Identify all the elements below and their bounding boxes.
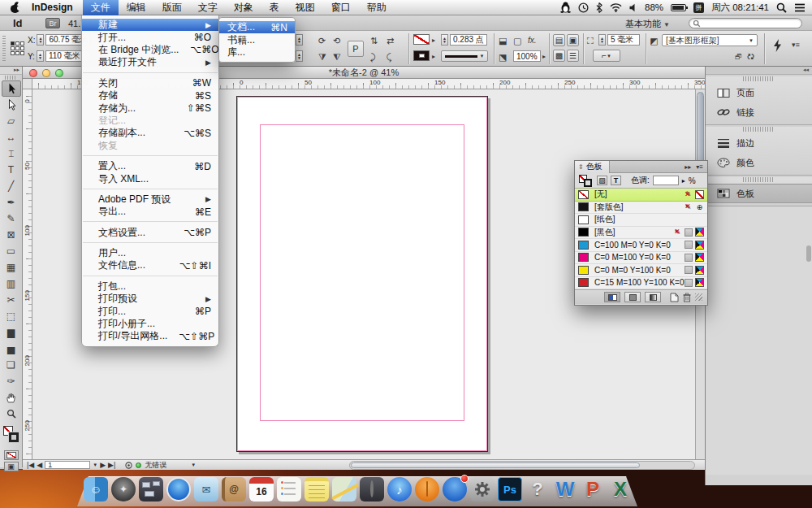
panel-group-grip[interactable]	[743, 127, 775, 132]
dock-scrollbar-thumb[interactable]	[806, 245, 811, 262]
stroke-weight-field[interactable]: 0.283 点	[450, 34, 487, 46]
rotate-90ccw-icon[interactable]: ⤹	[387, 53, 392, 62]
first-page-button[interactable]: |◀	[27, 461, 34, 469]
wrap-offset-stepper[interactable]: ▲▼	[598, 34, 606, 46]
dock-app-photoshop[interactable]: Ps	[498, 477, 522, 501]
rectangle-tool[interactable]: ▭	[2, 243, 21, 259]
dock-app-notes[interactable]	[304, 477, 329, 501]
menu-item[interactable]: 打包...	[82, 280, 218, 293]
horizontal-scrollbar-thumb[interactable]	[351, 462, 640, 468]
menu-item[interactable]: 文件信息...⌥⇧⌘I	[82, 259, 218, 271]
wrap-object-shape-button[interactable]: ▩	[553, 50, 565, 62]
h-stepper[interactable]: ▲▼	[296, 50, 303, 62]
stroke-style-dropdown[interactable]: ▼	[441, 50, 488, 62]
panel-button-颜色[interactable]: 颜色	[706, 153, 812, 172]
swatch-row[interactable]: C=0 M=100 Y=0 K=0	[575, 252, 707, 265]
swatch-row[interactable]: C=0 M=0 Y=100 K=0	[575, 264, 707, 277]
fill-stroke-proxy[interactable]	[0, 424, 22, 449]
delete-swatch-icon[interactable]	[683, 293, 691, 302]
swatches-menu-icon[interactable]: ▾≡	[696, 163, 703, 171]
show-gradient-swatches-button[interactable]	[645, 292, 661, 302]
submenu-item[interactable]: 库...	[219, 46, 295, 59]
last-page-button[interactable]: ▶|	[108, 461, 115, 469]
proxy-point[interactable]	[20, 46, 24, 50]
zoom-window-button[interactable]	[55, 69, 63, 77]
apply-none-button[interactable]	[4, 450, 19, 460]
dock-app-word[interactable]: W	[553, 477, 577, 501]
dock-app-safari[interactable]	[166, 477, 191, 501]
apply-to-text-button[interactable]: T	[611, 176, 621, 185]
quick-apply-icon[interactable]	[773, 39, 782, 52]
swatch-row[interactable]: C=15 M=100 Y=100 K=0	[575, 277, 707, 290]
line-tool[interactable]: ╱	[2, 178, 21, 194]
page-tool[interactable]: ▱	[2, 113, 21, 129]
dock-app-mail[interactable]: ✉	[194, 477, 218, 501]
selection-tool[interactable]	[2, 80, 21, 97]
dock-app-reminders[interactable]	[277, 477, 301, 501]
tint-field[interactable]	[653, 176, 679, 185]
tools-panel-collapse[interactable]: ▸▸	[0, 67, 22, 75]
menubar-item-版面[interactable]: 版面	[154, 0, 190, 15]
fill-stroke-proxy-small[interactable]	[579, 175, 594, 187]
menu-item[interactable]: 打印/导出网格...⌥⇧⌘P	[82, 330, 218, 342]
notification-center-icon[interactable]	[794, 3, 806, 12]
page[interactable]	[236, 96, 488, 452]
time-machine-icon[interactable]	[578, 2, 589, 13]
menu-item[interactable]: 打印...⌘P	[82, 305, 218, 317]
reference-point-proxy[interactable]	[11, 41, 24, 55]
app-menu-title[interactable]: InDesign	[32, 2, 73, 13]
wrap-bounding-box-button[interactable]: ▣	[567, 34, 579, 46]
gap-tool[interactable]: ↔	[2, 129, 21, 145]
horizontal-scrollbar[interactable]	[349, 461, 695, 470]
zoom-tool[interactable]	[2, 406, 21, 422]
vertical-ruler[interactable]: 050100150200250	[23, 89, 32, 459]
menubar-item-视图[interactable]: 视图	[287, 0, 323, 15]
proxy-point[interactable]	[15, 41, 19, 46]
dock-app-powerpoint[interactable]: P	[581, 477, 605, 501]
proxy-point[interactable]	[20, 51, 24, 55]
swatch-row[interactable]: [黑色]✎	[575, 227, 707, 240]
menu-item[interactable]: 恢复	[82, 140, 218, 152]
screen-mode-button[interactable]: ▣	[4, 462, 19, 471]
wrap-none-button[interactable]: ▤	[553, 34, 565, 46]
next-page-button[interactable]: ▶	[100, 461, 106, 469]
input-method-icon[interactable]: 拼	[693, 2, 704, 13]
drop-shadow-icon[interactable]: ⬔	[499, 53, 507, 62]
panel-collapse-icon[interactable]: ▸▸	[685, 163, 691, 171]
menu-item[interactable]: 关闭⌘W	[82, 77, 218, 89]
submenu-item[interactable]: 书籍...	[219, 33, 295, 46]
preflight-icon[interactable]	[125, 462, 132, 469]
dock-app-system-preferences[interactable]	[470, 477, 495, 501]
stroke-swatch-arrow[interactable]: ▸	[432, 37, 435, 44]
dock-app-contacts[interactable]: @	[222, 477, 246, 501]
x-stepper[interactable]: ▲▼	[37, 34, 44, 46]
shear-angle-icon[interactable]: ⧨	[333, 53, 341, 62]
submenu-item[interactable]: 文档...⌘N	[219, 21, 295, 33]
dock-collapse-button[interactable]: ◂◂	[706, 67, 812, 75]
proxy-point[interactable]	[11, 46, 15, 50]
type-tool[interactable]: T	[2, 162, 21, 178]
panel-grip[interactable]	[2, 36, 6, 62]
select-content-icon[interactable]: ▢	[513, 37, 521, 46]
proxy-point[interactable]	[20, 41, 24, 46]
direct-selection-tool[interactable]	[2, 97, 21, 113]
menu-item[interactable]: 在 Bridge 中浏览...⌥⌘O	[82, 44, 218, 56]
show-color-swatches-button[interactable]	[624, 292, 641, 302]
stroke-weight-stepper[interactable]: ▲▼	[441, 34, 448, 46]
ruler-corner[interactable]	[23, 79, 32, 89]
tab-swatches[interactable]: ⇕色板	[575, 161, 610, 173]
dock-app-excel[interactable]: X	[608, 477, 633, 501]
dock-app-calendar[interactable]: 16	[249, 477, 274, 501]
effect-opacity-field[interactable]: 100%	[513, 50, 541, 62]
effects-button[interactable]: fx.	[528, 37, 537, 45]
menu-item[interactable]: Adobe PDF 预设▶	[82, 193, 218, 206]
wrap-jump-button[interactable]: ☰	[567, 50, 579, 62]
proxy-point[interactable]	[15, 46, 19, 50]
menu-item[interactable]: 存储为...⇧⌘S	[82, 102, 218, 114]
content-collector-tool[interactable]: ⌶	[2, 145, 21, 162]
free-transform-tool[interactable]: ⬚	[2, 308, 21, 324]
close-window-button[interactable]	[29, 69, 37, 77]
swatch-row[interactable]: C=100 M=0 Y=0 K=0	[575, 239, 707, 252]
menu-item[interactable]: 导入 XML...	[82, 172, 218, 185]
panel-group-grip[interactable]	[743, 76, 775, 81]
